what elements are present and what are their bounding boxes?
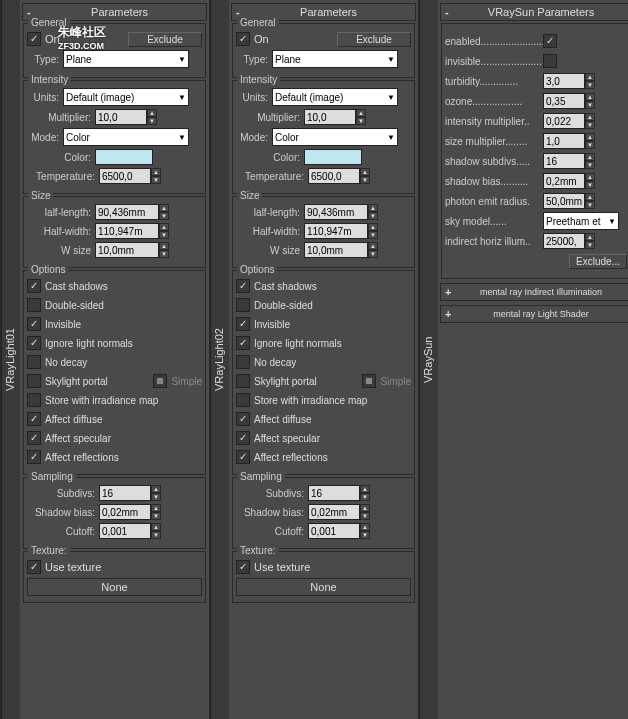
- spinner-value[interactable]: 0,2mm: [543, 173, 585, 189]
- spinner-value[interactable]: 90,436mm: [304, 204, 368, 220]
- spin-up[interactable]: ▲: [585, 173, 595, 181]
- spinner[interactable]: 1,0▲▼: [543, 133, 595, 149]
- spinner-value[interactable]: 10,0: [304, 109, 356, 125]
- spin-down[interactable]: ▼: [151, 176, 161, 184]
- spin-up[interactable]: ▲: [585, 73, 595, 81]
- checkbox[interactable]: [236, 279, 250, 293]
- dropdown[interactable]: Plane▼: [272, 50, 398, 68]
- spinner-value[interactable]: 6500,0: [308, 168, 360, 184]
- spin-down[interactable]: ▼: [368, 250, 378, 258]
- spinner[interactable]: 25000,▲▼: [543, 233, 595, 249]
- spin-down[interactable]: ▼: [159, 212, 169, 220]
- spin-down[interactable]: ▼: [585, 101, 595, 109]
- spin-up[interactable]: ▲: [360, 504, 370, 512]
- spinner-value[interactable]: 16: [543, 153, 585, 169]
- spinner[interactable]: 3,0▲▼: [543, 73, 595, 89]
- spinner-value[interactable]: 110,947m: [304, 223, 368, 239]
- dropdown[interactable]: Default (image)▼: [272, 88, 398, 106]
- spinner-value[interactable]: 16: [308, 485, 360, 501]
- checkbox[interactable]: [236, 374, 250, 388]
- spin-down[interactable]: ▼: [147, 117, 157, 125]
- checkbox[interactable]: [236, 355, 250, 369]
- spin-down[interactable]: ▼: [585, 241, 595, 249]
- spinner[interactable]: 110,947m▲▼: [95, 223, 169, 239]
- spin-up[interactable]: ▲: [585, 113, 595, 121]
- spinner-value[interactable]: 50,0mm: [543, 193, 585, 209]
- checkbox[interactable]: [27, 336, 41, 350]
- spin-down[interactable]: ▼: [151, 493, 161, 501]
- checkbox[interactable]: [236, 412, 250, 426]
- checkbox[interactable]: [236, 450, 250, 464]
- spin-down[interactable]: ▼: [585, 121, 595, 129]
- spinner-value[interactable]: 10,0mm: [95, 242, 159, 258]
- checkbox[interactable]: [236, 32, 250, 46]
- dropdown[interactable]: Plane▼: [63, 50, 189, 68]
- spin-down[interactable]: ▼: [151, 531, 161, 539]
- spin-down[interactable]: ▼: [360, 531, 370, 539]
- checkbox[interactable]: [236, 298, 250, 312]
- spin-up[interactable]: ▲: [368, 242, 378, 250]
- spinner[interactable]: 0,001▲▼: [308, 523, 370, 539]
- checkbox[interactable]: [27, 279, 41, 293]
- spinner-value[interactable]: 0,001: [308, 523, 360, 539]
- spinner[interactable]: 0,022▲▼: [543, 113, 595, 129]
- color-swatch[interactable]: [304, 149, 362, 165]
- checkbox[interactable]: [27, 355, 41, 369]
- spinner-value[interactable]: 10,0: [95, 109, 147, 125]
- spinner-value[interactable]: 10,0mm: [304, 242, 368, 258]
- spin-down[interactable]: ▼: [360, 512, 370, 520]
- spinner-value[interactable]: 0,022: [543, 113, 585, 129]
- spin-up[interactable]: ▲: [585, 233, 595, 241]
- spinner-value[interactable]: 0,001: [99, 523, 151, 539]
- spinner[interactable]: 0,35▲▼: [543, 93, 595, 109]
- spin-up[interactable]: ▲: [360, 485, 370, 493]
- spinner-value[interactable]: 3,0: [543, 73, 585, 89]
- texture-none-button[interactable]: None: [236, 578, 411, 596]
- spinner-value[interactable]: 90,436mm: [95, 204, 159, 220]
- spinner-value[interactable]: 1,0: [543, 133, 585, 149]
- spinner-value[interactable]: 0,02mm: [308, 504, 360, 520]
- dropdown[interactable]: Color▼: [63, 128, 189, 146]
- spinner[interactable]: 110,947m▲▼: [304, 223, 378, 239]
- texture-none-button[interactable]: None: [27, 578, 202, 596]
- spinner[interactable]: 50,0mm▲▼: [543, 193, 595, 209]
- spin-down[interactable]: ▼: [585, 161, 595, 169]
- spinner[interactable]: 90,436mm▲▼: [304, 204, 378, 220]
- checkbox[interactable]: [27, 412, 41, 426]
- spinner[interactable]: 6500,0▲▼: [99, 168, 161, 184]
- exclude-button[interactable]: Exclude...: [569, 254, 627, 269]
- spinner[interactable]: 0,02mm▲▼: [308, 504, 370, 520]
- spin-up[interactable]: ▲: [151, 523, 161, 531]
- spinner[interactable]: 16▲▼: [99, 485, 161, 501]
- spin-up[interactable]: ▲: [585, 153, 595, 161]
- spin-down[interactable]: ▼: [356, 117, 366, 125]
- spinner[interactable]: 10,0mm▲▼: [304, 242, 378, 258]
- spin-up[interactable]: ▲: [585, 93, 595, 101]
- spinner-value[interactable]: 16: [99, 485, 151, 501]
- checkbox[interactable]: [543, 54, 557, 68]
- spinner[interactable]: 0,2mm▲▼: [543, 173, 595, 189]
- dropdown[interactable]: Color▼: [272, 128, 398, 146]
- spin-down[interactable]: ▼: [368, 212, 378, 220]
- spinner[interactable]: 6500,0▲▼: [308, 168, 370, 184]
- spinner-value[interactable]: 25000,: [543, 233, 585, 249]
- spinner-value[interactable]: 110,947m: [95, 223, 159, 239]
- spin-up[interactable]: ▲: [159, 204, 169, 212]
- spin-up[interactable]: ▲: [151, 504, 161, 512]
- spinner-value[interactable]: 0,02mm: [99, 504, 151, 520]
- spin-down[interactable]: ▼: [151, 512, 161, 520]
- spin-up[interactable]: ▲: [585, 133, 595, 141]
- checkbox[interactable]: [27, 450, 41, 464]
- spin-up[interactable]: ▲: [151, 485, 161, 493]
- spin-down[interactable]: ▼: [368, 231, 378, 239]
- dropdown[interactable]: Default (image)▼: [63, 88, 189, 106]
- checkbox[interactable]: [27, 374, 41, 388]
- spin-up[interactable]: ▲: [151, 168, 161, 176]
- spinner[interactable]: 10,0▲▼: [95, 109, 157, 125]
- spin-up[interactable]: ▲: [159, 223, 169, 231]
- spin-up[interactable]: ▲: [360, 523, 370, 531]
- spinner[interactable]: 0,02mm▲▼: [99, 504, 161, 520]
- exclude-button[interactable]: Exclude: [128, 32, 202, 47]
- spin-up[interactable]: ▲: [368, 204, 378, 212]
- spin-up[interactable]: ▲: [147, 109, 157, 117]
